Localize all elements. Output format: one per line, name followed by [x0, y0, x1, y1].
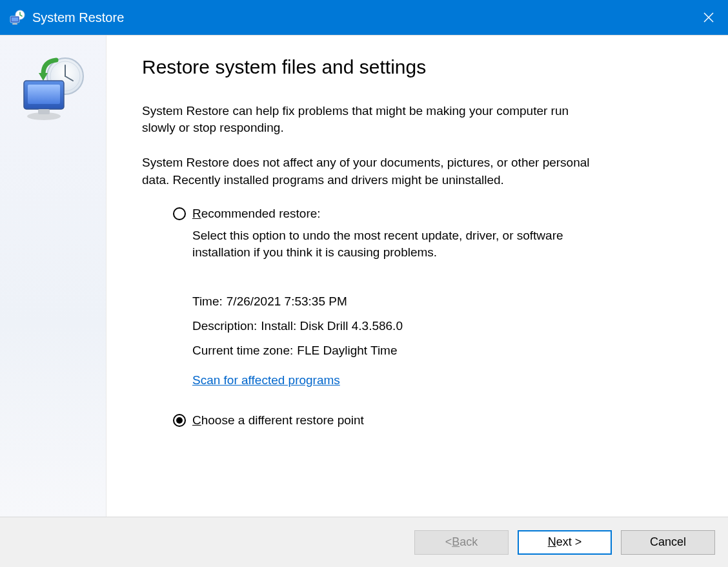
intro-paragraph-2: System Restore does not affect any of yo… — [142, 154, 594, 188]
wizard-content: Restore system files and settings System… — [106, 36, 728, 517]
wizard-sidebar — [0, 36, 106, 517]
next-button[interactable]: Next > — [518, 530, 612, 555]
titlebar: System Restore — [0, 0, 728, 35]
choose-different-point-radio[interactable]: Choose a different restore point — [173, 413, 594, 428]
wizard-footer: < Back Next > Cancel — [0, 517, 728, 567]
close-button[interactable] — [689, 0, 728, 35]
radio-icon-selected — [173, 414, 186, 427]
cancel-button[interactable]: Cancel — [621, 530, 715, 555]
options-group: Recommended restore: Select this option … — [142, 207, 594, 428]
scan-affected-programs-link[interactable]: Scan for affected programs — [192, 368, 340, 393]
back-button: < Back — [414, 530, 509, 555]
radio-icon — [173, 207, 186, 220]
restore-timezone: Current time zone: FLE Daylight Time — [192, 338, 594, 363]
app-icon — [9, 9, 26, 26]
restore-time-value: 7/26/2021 7:53:35 PM — [227, 289, 347, 314]
recommended-restore-description: Select this option to undo the most rece… — [173, 227, 594, 261]
window-title: System Restore — [32, 10, 689, 25]
svg-rect-3 — [12, 23, 17, 25]
restore-time: Time: 7/26/2021 7:53:35 PM — [192, 289, 594, 314]
svg-rect-12 — [28, 85, 60, 104]
system-restore-icon — [17, 55, 88, 126]
svg-rect-14 — [38, 109, 50, 114]
recommended-restore-radio[interactable]: Recommended restore: — [173, 207, 594, 221]
wizard-body: Restore system files and settings System… — [0, 35, 728, 517]
restore-timezone-value: FLE Daylight Time — [297, 338, 397, 363]
choose-different-point-label: Choose a different restore point — [192, 413, 364, 428]
restore-timezone-label: Current time zone: — [192, 338, 293, 363]
intro-paragraph-1: System Restore can help fix problems tha… — [142, 103, 594, 136]
svg-rect-2 — [12, 17, 18, 21]
restore-description-label: Description: — [192, 314, 257, 338]
restore-description: Description: Install: Disk Drill 4.3.586… — [192, 314, 594, 338]
restore-point-details: Time: 7/26/2021 7:53:35 PM Description: … — [173, 289, 594, 408]
svg-marker-10 — [39, 73, 48, 81]
recommended-restore-label: Recommended restore: — [192, 207, 321, 221]
restore-time-label: Time: — [192, 289, 223, 314]
restore-description-value: Install: Disk Drill 4.3.586.0 — [261, 314, 403, 338]
page-heading: Restore system files and settings — [142, 56, 689, 78]
